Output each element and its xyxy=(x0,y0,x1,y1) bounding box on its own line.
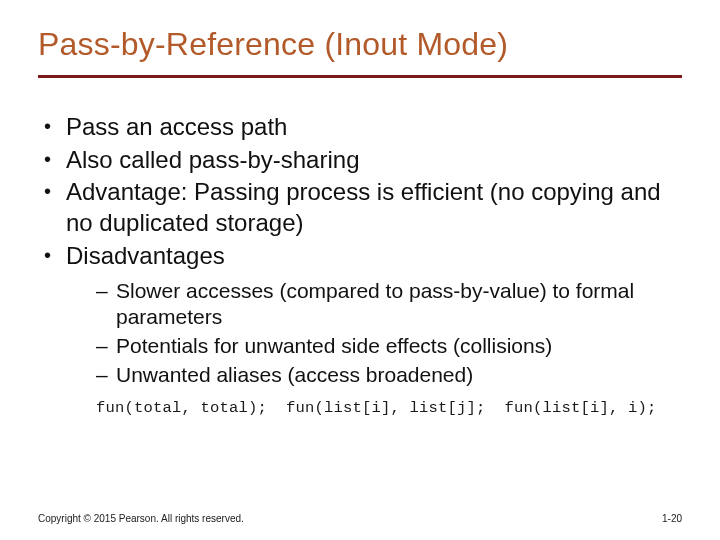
copyright-text: Copyright © 2015 Pearson. All rights res… xyxy=(38,513,244,524)
bullet-item: Disadvantages Slower accesses (compared … xyxy=(38,241,682,389)
title-rule xyxy=(38,75,682,78)
slide-title: Pass-by-Reference (Inout Mode) xyxy=(38,26,682,75)
bullet-list: Pass an access path Also called pass-by-… xyxy=(38,112,682,389)
page-number: 1-20 xyxy=(662,513,682,524)
bullet-text: Disadvantages xyxy=(66,242,225,269)
sub-bullet-list: Slower accesses (compared to pass-by-val… xyxy=(96,278,682,390)
footer: Copyright © 2015 Pearson. All rights res… xyxy=(38,513,682,524)
sub-bullet-item: Slower accesses (compared to pass-by-val… xyxy=(96,278,682,332)
bullet-item: Also called pass-by-sharing xyxy=(38,145,682,176)
code-example: fun(total, total); fun(list[i], list[j];… xyxy=(96,399,682,417)
bullet-item: Pass an access path xyxy=(38,112,682,143)
sub-bullet-item: Unwanted aliases (access broadened) xyxy=(96,362,682,389)
bullet-item: Advantage: Passing process is efficient … xyxy=(38,177,682,238)
slide: Pass-by-Reference (Inout Mode) Pass an a… xyxy=(0,0,720,540)
sub-bullet-item: Potentials for unwanted side effects (co… xyxy=(96,333,682,360)
